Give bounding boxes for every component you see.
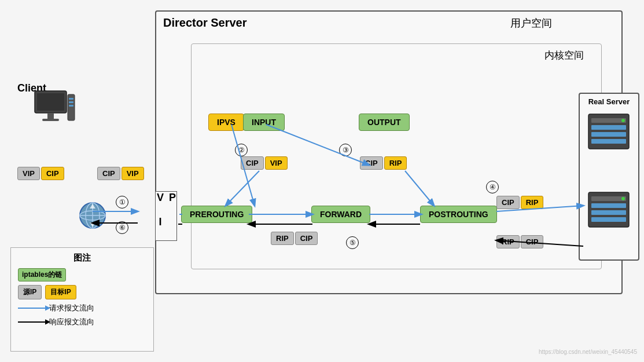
- prerouting-out-badge: CIP VIP: [241, 156, 288, 170]
- legend-request-flow: 请求报文流向: [18, 303, 146, 313]
- legend-title: 图注: [18, 253, 146, 264]
- watermark: https://blog.csdn.net/weixin_45440545: [539, 349, 637, 355]
- client-out-badge: VIP CIP: [17, 167, 64, 180]
- cip-badge-client-out: CIP: [41, 167, 64, 180]
- cip-badge-client-in: CIP: [97, 167, 120, 180]
- router-icon: [75, 198, 110, 230]
- legend-chain-badge: iptables的链: [18, 268, 66, 281]
- kernel-space-label: 内核空间: [544, 49, 584, 62]
- svg-rect-1: [591, 118, 626, 123]
- svg-rect-17: [69, 98, 73, 100]
- rip-badge-rs-bot: RIP: [496, 235, 520, 248]
- rip-badge-rs-top: RIP: [521, 196, 544, 209]
- postrouting-chain: POSTROUTING: [420, 206, 497, 223]
- cip-badge-rs-top: CIP: [496, 196, 520, 209]
- real-server-title: Real Server: [580, 97, 638, 106]
- step-3: ③: [339, 144, 352, 156]
- request-flow-label: 请求报文流向: [49, 303, 94, 313]
- server-rack-2-icon: [586, 189, 632, 230]
- client-in-badge: CIP VIP: [97, 167, 144, 180]
- user-space-label: 用户空间: [510, 16, 552, 30]
- vip-side-label: V I P: [155, 191, 177, 241]
- vip-badge-client-in: VIP: [122, 167, 144, 180]
- cip-badge-resp: CIP: [295, 232, 318, 245]
- legend-source-ip: 源IP: [18, 285, 42, 299]
- svg-rect-14: [47, 113, 54, 119]
- svg-rect-9: [591, 210, 626, 215]
- server-rack-1-icon: [586, 111, 632, 152]
- vip-badge-client-out: VIP: [17, 167, 40, 180]
- cip-badge-rs-bot: CIP: [521, 235, 544, 248]
- ipvs-out-badge: CIP RIP: [360, 156, 407, 170]
- svg-rect-2: [591, 125, 626, 130]
- vip-badge-prerouting: VIP: [265, 156, 288, 170]
- request-flow-line: [18, 308, 46, 309]
- step-4: ④: [486, 181, 499, 193]
- cip-badge-prerouting: CIP: [241, 156, 264, 170]
- real-server-top-badge: CIP RIP: [496, 196, 543, 209]
- real-server-box: Real Server: [579, 93, 639, 261]
- legend-dest-ip: 目标IP: [45, 285, 76, 299]
- prerouting-chain: PREROUTING: [181, 206, 252, 223]
- svg-rect-10: [591, 217, 626, 222]
- svg-rect-4: [591, 139, 626, 144]
- step-5: ⑤: [346, 236, 359, 249]
- step-6: ⑥: [116, 221, 128, 234]
- response-badge-forward: RIP CIP: [271, 232, 318, 245]
- svg-rect-19: [69, 105, 73, 107]
- svg-rect-7: [591, 196, 626, 201]
- director-server-title: Director Server: [163, 16, 247, 30]
- svg-rect-3: [591, 132, 626, 137]
- svg-rect-18: [69, 101, 73, 103]
- svg-rect-13: [37, 93, 64, 111]
- svg-point-5: [621, 119, 625, 122]
- response-flow-line: [18, 321, 46, 323]
- forward-chain: FORWARD: [311, 206, 370, 223]
- rip-badge-ipvs: RIP: [384, 156, 407, 170]
- main-container: Director Server 用户空间 内核空间 Real Server: [0, 0, 644, 362]
- rip-badge-resp: RIP: [271, 232, 294, 245]
- response-flow-label: 响应报文流向: [49, 317, 94, 327]
- svg-rect-8: [591, 203, 626, 208]
- svg-point-11: [621, 197, 625, 200]
- cip-badge-ipvs: CIP: [360, 156, 383, 170]
- legend-iptables: iptables的链: [18, 268, 146, 281]
- step-1: ①: [116, 196, 128, 209]
- director-server-box: Director Server 用户空间 内核空间: [155, 10, 623, 294]
- output-chain: OUTPUT: [359, 114, 410, 131]
- legend-box: 图注 iptables的链 源IP 目标IP 请求报文流向 响应报文流向: [10, 247, 154, 352]
- ipvs-chain: IPVS: [208, 114, 244, 131]
- svg-rect-15: [42, 119, 59, 121]
- computer-icon: [32, 90, 75, 127]
- legend-response-flow: 响应报文流向: [18, 317, 146, 327]
- step-2: ②: [235, 144, 248, 156]
- legend-source-dest: 源IP 目标IP: [18, 285, 146, 299]
- real-server-bottom-badge: RIP CIP: [496, 235, 543, 248]
- input-chain: INPUT: [243, 114, 285, 131]
